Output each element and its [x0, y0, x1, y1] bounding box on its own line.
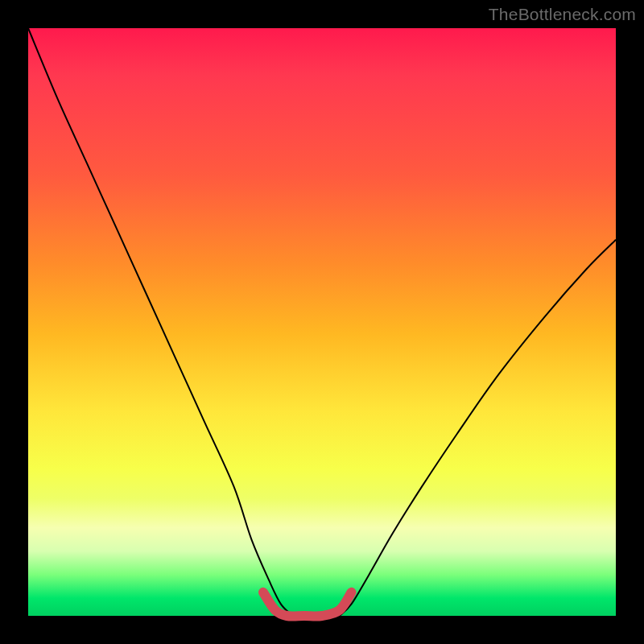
left-curve [28, 28, 293, 616]
watermark-text: TheBottleneck.com [489, 5, 636, 24]
plot-area [28, 28, 616, 616]
right-curve [340, 240, 616, 616]
chart-frame: TheBottleneck.com [0, 0, 644, 644]
chart-svg [28, 28, 616, 616]
